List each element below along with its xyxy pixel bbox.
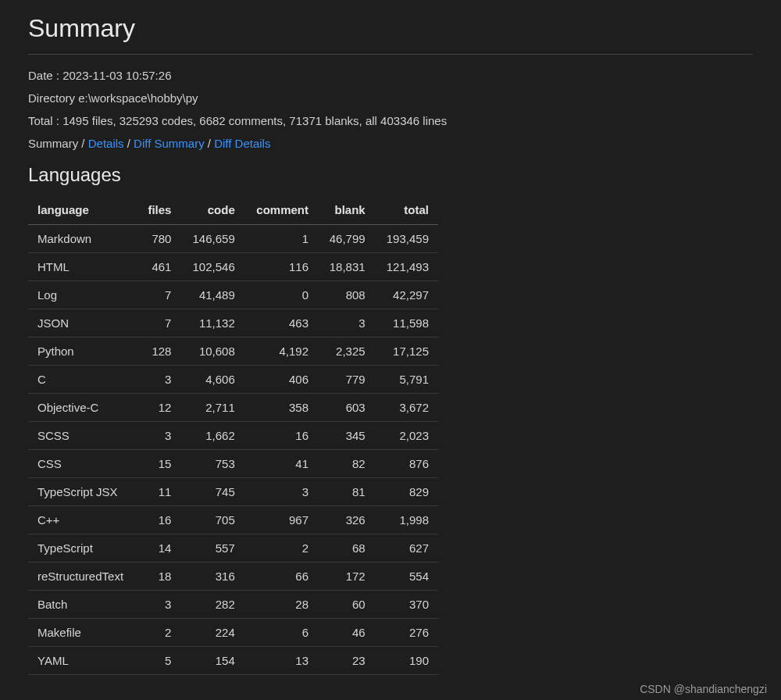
cell-total: 876 bbox=[375, 450, 438, 478]
cell-comment: 0 bbox=[244, 281, 318, 309]
cell-files: 2 bbox=[137, 619, 180, 647]
cell-blank: 46 bbox=[318, 619, 375, 647]
cell-language: JSON bbox=[28, 309, 137, 338]
cell-language: C++ bbox=[28, 506, 137, 534]
section-languages-title: Languages bbox=[28, 164, 753, 186]
cell-language: reStructuredText bbox=[28, 562, 137, 591]
cell-total: 2,023 bbox=[375, 422, 438, 450]
cell-language: TypeScript bbox=[28, 534, 137, 562]
col-files: files bbox=[137, 197, 180, 225]
cell-total: 627 bbox=[375, 534, 438, 562]
cell-blank: 172 bbox=[318, 562, 375, 591]
cell-comment: 967 bbox=[244, 506, 318, 534]
cell-files: 780 bbox=[137, 225, 180, 253]
cell-comment: 41 bbox=[244, 450, 318, 478]
cell-blank: 82 bbox=[318, 450, 375, 478]
cell-blank: 3 bbox=[318, 309, 375, 338]
cell-comment: 3 bbox=[244, 478, 318, 506]
cell-comment: 2 bbox=[244, 534, 318, 562]
table-row: HTML461102,54611618,831121,493 bbox=[28, 253, 438, 281]
table-row: CSS157534182876 bbox=[28, 450, 438, 478]
breadcrumb-diff-summary-link[interactable]: Diff Summary bbox=[134, 137, 205, 150]
breadcrumb: Summary / Details / Diff Summary / Diff … bbox=[28, 137, 753, 150]
cell-files: 14 bbox=[137, 534, 180, 562]
cell-total: 121,493 bbox=[375, 253, 438, 281]
cell-comment: 463 bbox=[244, 309, 318, 338]
table-row: Makefile2224646276 bbox=[28, 619, 438, 647]
page-title: Summary bbox=[28, 14, 753, 55]
table-row: Objective-C122,7113586033,672 bbox=[28, 394, 438, 422]
cell-files: 7 bbox=[137, 309, 180, 338]
cell-files: 128 bbox=[137, 338, 180, 366]
page: Summary Date : 2023-11-03 10:57:26 Direc… bbox=[0, 0, 781, 689]
cell-files: 3 bbox=[137, 366, 180, 394]
col-total: total bbox=[375, 197, 438, 225]
cell-blank: 23 bbox=[318, 647, 375, 675]
table-row: TypeScript14557268627 bbox=[28, 534, 438, 562]
table-row: Batch32822860370 bbox=[28, 591, 438, 619]
col-blank: blank bbox=[318, 197, 375, 225]
table-row: C34,6064067795,791 bbox=[28, 366, 438, 394]
directory-line: Directory e:\workspace\hobby\py bbox=[28, 91, 753, 105]
cell-code: 11,132 bbox=[180, 309, 244, 338]
cell-total: 190 bbox=[375, 647, 438, 675]
cell-comment: 13 bbox=[244, 647, 318, 675]
cell-code: 282 bbox=[180, 591, 244, 619]
cell-language: TypeScript JSX bbox=[28, 478, 137, 506]
cell-language: C bbox=[28, 366, 137, 394]
cell-total: 1,998 bbox=[375, 506, 438, 534]
cell-code: 4,606 bbox=[180, 366, 244, 394]
cell-blank: 808 bbox=[318, 281, 375, 309]
cell-blank: 60 bbox=[318, 591, 375, 619]
cell-comment: 358 bbox=[244, 394, 318, 422]
table-row: SCSS31,662163452,023 bbox=[28, 422, 438, 450]
cell-total: 370 bbox=[375, 591, 438, 619]
cell-code: 41,489 bbox=[180, 281, 244, 309]
cell-blank: 603 bbox=[318, 394, 375, 422]
cell-code: 557 bbox=[180, 534, 244, 562]
cell-code: 146,659 bbox=[180, 225, 244, 253]
cell-comment: 406 bbox=[244, 366, 318, 394]
cell-blank: 68 bbox=[318, 534, 375, 562]
cell-language: Python bbox=[28, 338, 137, 366]
cell-language: CSS bbox=[28, 450, 137, 478]
cell-files: 3 bbox=[137, 422, 180, 450]
cell-files: 16 bbox=[137, 506, 180, 534]
table-row: C++167059673261,998 bbox=[28, 506, 438, 534]
cell-comment: 66 bbox=[244, 562, 318, 591]
breadcrumb-diff-details-link[interactable]: Diff Details bbox=[214, 137, 270, 150]
cell-code: 102,546 bbox=[180, 253, 244, 281]
cell-language: Log bbox=[28, 281, 137, 309]
cell-comment: 28 bbox=[244, 591, 318, 619]
cell-code: 705 bbox=[180, 506, 244, 534]
cell-blank: 46,799 bbox=[318, 225, 375, 253]
cell-code: 10,608 bbox=[180, 338, 244, 366]
cell-files: 461 bbox=[137, 253, 180, 281]
table-row: Markdown780146,659146,799193,459 bbox=[28, 225, 438, 253]
total-line: Total : 1495 files, 325293 codes, 6682 c… bbox=[28, 114, 753, 127]
cell-files: 15 bbox=[137, 450, 180, 478]
cell-code: 316 bbox=[180, 562, 244, 591]
cell-total: 42,297 bbox=[375, 281, 438, 309]
cell-comment: 1 bbox=[244, 225, 318, 253]
cell-language: SCSS bbox=[28, 422, 137, 450]
cell-files: 18 bbox=[137, 562, 180, 591]
cell-language: Makefile bbox=[28, 619, 137, 647]
cell-total: 193,459 bbox=[375, 225, 438, 253]
cell-language: HTML bbox=[28, 253, 137, 281]
breadcrumb-details-link[interactable]: Details bbox=[88, 137, 124, 150]
cell-code: 154 bbox=[180, 647, 244, 675]
col-comment: comment bbox=[244, 197, 318, 225]
cell-comment: 4,192 bbox=[244, 338, 318, 366]
cell-blank: 779 bbox=[318, 366, 375, 394]
date-line: Date : 2023-11-03 10:57:26 bbox=[28, 69, 753, 82]
cell-total: 3,672 bbox=[375, 394, 438, 422]
cell-files: 5 bbox=[137, 647, 180, 675]
cell-blank: 326 bbox=[318, 506, 375, 534]
languages-table: language files code comment blank total … bbox=[28, 197, 438, 675]
cell-files: 11 bbox=[137, 478, 180, 506]
cell-total: 276 bbox=[375, 619, 438, 647]
cell-comment: 116 bbox=[244, 253, 318, 281]
cell-language: Batch bbox=[28, 591, 137, 619]
cell-code: 2,711 bbox=[180, 394, 244, 422]
